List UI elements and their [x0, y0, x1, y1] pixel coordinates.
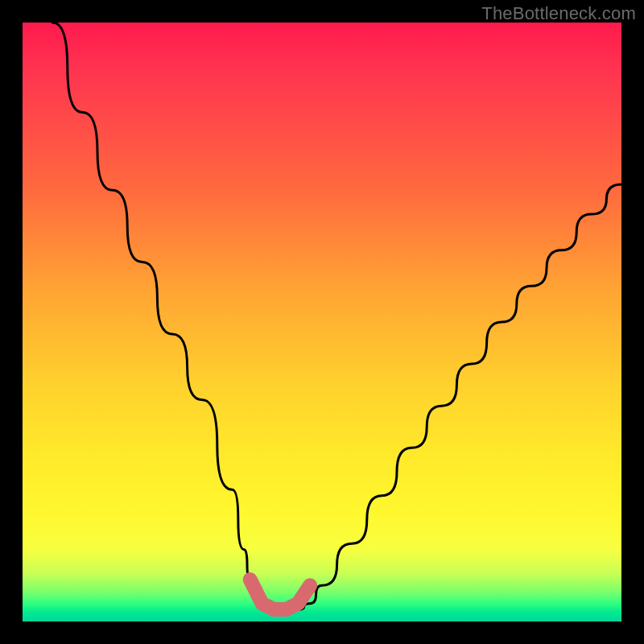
- bottleneck-curve-svg: [23, 23, 621, 621]
- bottleneck-curve-path: [52, 23, 621, 609]
- optimal-range-highlight: [250, 580, 310, 609]
- chart-frame: TheBottleneck.com: [0, 0, 644, 644]
- watermark-text: TheBottleneck.com: [481, 3, 636, 24]
- chart-plot-area: [23, 23, 621, 621]
